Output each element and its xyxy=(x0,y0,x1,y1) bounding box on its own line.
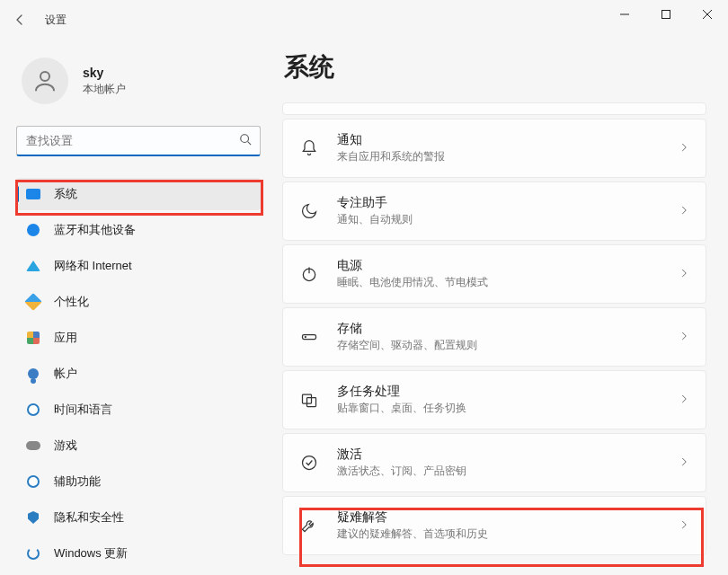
card-sub: 睡眠、电池使用情况、节电模式 xyxy=(337,275,661,290)
svg-point-5 xyxy=(305,337,306,338)
card-sub: 激活状态、订阅、产品密钥 xyxy=(337,464,661,479)
accounts-icon xyxy=(25,366,41,382)
multitasking-icon xyxy=(299,390,319,410)
search-wrap xyxy=(16,126,261,156)
account-block[interactable]: sky 本地帐户 xyxy=(16,40,261,126)
sidebar-item-label: 网络和 Internet xyxy=(54,258,132,274)
sidebar-item-label: 个性化 xyxy=(54,294,89,310)
accessibility-icon xyxy=(25,473,41,490)
page-title: 系统 xyxy=(282,50,706,84)
card-title: 通知 xyxy=(337,132,661,148)
apps-icon xyxy=(25,330,41,346)
chevron-right-icon xyxy=(679,329,689,345)
sidebar-item-windows-update[interactable]: Windows 更新 xyxy=(16,537,261,570)
power-icon xyxy=(299,264,319,284)
card-title: 存储 xyxy=(337,321,661,337)
settings-card-focus-assist[interactable]: 专注助手 通知、自动规则 xyxy=(282,181,706,241)
sidebar-item-label: 蓝牙和其他设备 xyxy=(54,222,136,238)
card-title: 疑难解答 xyxy=(337,509,661,526)
sidebar-item-label: 游戏 xyxy=(54,438,77,454)
chevron-right-icon xyxy=(679,518,689,534)
sidebar-item-label: 系统 xyxy=(54,186,77,202)
settings-card-activation[interactable]: 激活 激活状态、订阅、产品密钥 xyxy=(282,433,706,492)
chevron-right-icon xyxy=(679,140,689,156)
close-button[interactable] xyxy=(687,0,728,29)
back-button[interactable] xyxy=(9,9,31,31)
sidebar-item-label: 隐私和安全性 xyxy=(54,509,124,526)
settings-list: 通知 来自应用和系统的警报 专注助手 通知、自动规则 xyxy=(282,102,706,555)
settings-card-storage[interactable]: 存储 存储空间、驱动器、配置规则 xyxy=(282,307,706,367)
bell-icon xyxy=(299,138,319,158)
sidebar-item-apps[interactable]: 应用 xyxy=(16,322,261,354)
sidebar-item-label: Windows 更新 xyxy=(54,545,128,562)
sidebar-item-label: 辅助功能 xyxy=(54,473,101,490)
window-title: 设置 xyxy=(45,13,67,28)
checkmark-icon xyxy=(299,453,319,473)
minimize-button[interactable] xyxy=(604,0,645,29)
content: 系统 通知 来自应用和系统的警报 专注助 xyxy=(270,40,728,575)
sidebar-item-network[interactable]: 网络和 Internet xyxy=(16,250,261,282)
settings-card-power[interactable]: 电源 睡眠、电池使用情况、节电模式 xyxy=(282,244,706,304)
avatar xyxy=(22,58,68,104)
moon-icon xyxy=(299,201,319,221)
search-input[interactable] xyxy=(16,126,261,156)
update-icon xyxy=(25,545,41,562)
settings-card-notifications[interactable]: 通知 来自应用和系统的警报 xyxy=(282,119,706,178)
settings-card-multitasking[interactable]: 多任务处理 贴靠窗口、桌面、任务切换 xyxy=(282,370,706,429)
sidebar-item-accessibility[interactable]: 辅助功能 xyxy=(16,465,261,498)
sidebar-item-time-language[interactable]: 时间和语言 xyxy=(16,394,261,426)
settings-card-prev[interactable] xyxy=(282,102,706,115)
storage-icon xyxy=(299,327,319,347)
sidebar-item-gaming[interactable]: 游戏 xyxy=(16,429,261,462)
card-sub: 贴靠窗口、桌面、任务切换 xyxy=(337,401,661,416)
chevron-right-icon xyxy=(679,392,689,408)
svg-point-8 xyxy=(303,456,316,470)
titlebar: 设置 xyxy=(0,0,728,40)
maximize-button[interactable] xyxy=(645,0,687,29)
clock-icon xyxy=(25,402,41,418)
sidebar-item-label: 时间和语言 xyxy=(54,402,112,418)
chevron-right-icon xyxy=(679,455,689,471)
personalization-icon xyxy=(25,294,41,310)
svg-point-2 xyxy=(241,135,249,143)
gaming-icon xyxy=(25,438,41,454)
card-sub: 建议的疑难解答、首选项和历史 xyxy=(337,526,661,542)
sidebar-item-bluetooth[interactable]: 蓝牙和其他设备 xyxy=(16,214,261,246)
search-icon xyxy=(239,133,252,149)
bluetooth-icon xyxy=(25,222,41,238)
card-title: 激活 xyxy=(337,447,661,463)
card-sub: 来自应用和系统的警报 xyxy=(337,149,661,164)
sidebar-item-accounts[interactable]: 帐户 xyxy=(16,358,261,390)
svg-rect-0 xyxy=(662,11,670,19)
card-sub: 通知、自动规则 xyxy=(337,212,661,227)
card-title: 专注助手 xyxy=(337,195,661,211)
system-icon xyxy=(25,186,41,202)
account-sub: 本地帐户 xyxy=(83,82,126,97)
card-sub: 存储空间、驱动器、配置规则 xyxy=(337,338,661,353)
sidebar-item-personalization[interactable]: 个性化 xyxy=(16,286,261,318)
wrench-icon xyxy=(299,516,319,535)
account-name: sky xyxy=(83,66,126,80)
svg-point-1 xyxy=(40,72,49,81)
chevron-right-icon xyxy=(679,266,689,282)
sidebar-item-label: 帐户 xyxy=(54,366,77,382)
card-title: 多任务处理 xyxy=(337,384,661,400)
sidebar: sky 本地帐户 系统 蓝牙和其他设备 网络和 Internet xyxy=(0,40,270,575)
shield-icon xyxy=(25,509,41,526)
settings-card-troubleshoot[interactable]: 疑难解答 建议的疑难解答、首选项和历史 xyxy=(282,496,706,555)
card-title: 电源 xyxy=(337,258,661,274)
sidebar-item-system[interactable]: 系统 xyxy=(16,178,261,210)
chevron-right-icon xyxy=(679,203,689,219)
nav: 系统 蓝牙和其他设备 网络和 Internet 个性化 应用 帐户 xyxy=(16,178,261,570)
sidebar-item-label: 应用 xyxy=(54,330,77,346)
wifi-icon xyxy=(25,258,41,274)
sidebar-item-privacy[interactable]: 隐私和安全性 xyxy=(16,501,261,534)
